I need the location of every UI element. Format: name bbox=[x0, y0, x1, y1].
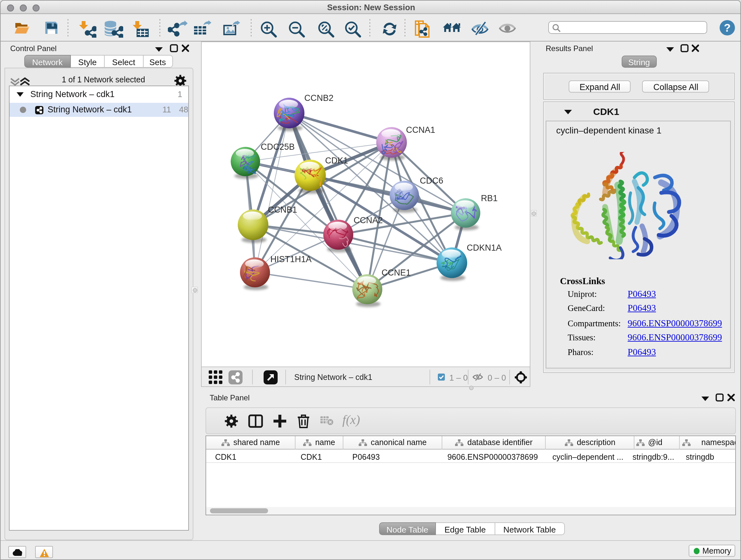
svg-text:CCNE1: CCNE1 bbox=[382, 268, 411, 277]
svg-text:RB1: RB1 bbox=[481, 193, 498, 203]
svg-text:CCNA2: CCNA2 bbox=[354, 215, 383, 225]
svg-text:CCNB1: CCNB1 bbox=[268, 205, 297, 214]
svg-text:CDC6: CDC6 bbox=[420, 176, 443, 186]
svg-text:HIST1H1A: HIST1H1A bbox=[270, 254, 312, 264]
svg-text:CCNA1: CCNA1 bbox=[406, 125, 435, 135]
svg-text:CDC25B: CDC25B bbox=[261, 142, 295, 152]
svg-text:CCNB2: CCNB2 bbox=[305, 93, 334, 103]
svg-text:CDK1: CDK1 bbox=[325, 156, 348, 165]
svg-text:CDKN1A: CDKN1A bbox=[467, 243, 502, 253]
svg-text:?: ? bbox=[724, 21, 731, 34]
